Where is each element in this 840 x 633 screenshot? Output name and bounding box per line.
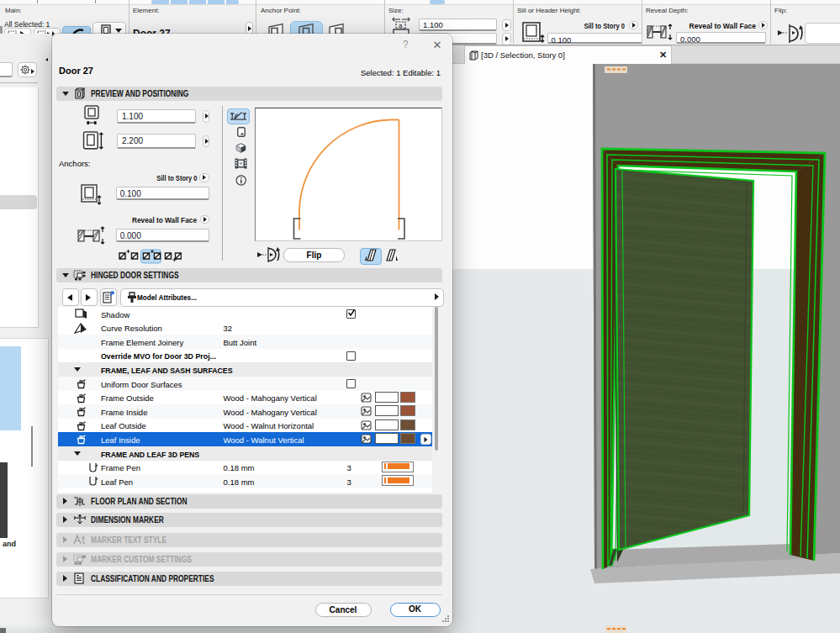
svg-text:a: a	[399, 22, 403, 29]
